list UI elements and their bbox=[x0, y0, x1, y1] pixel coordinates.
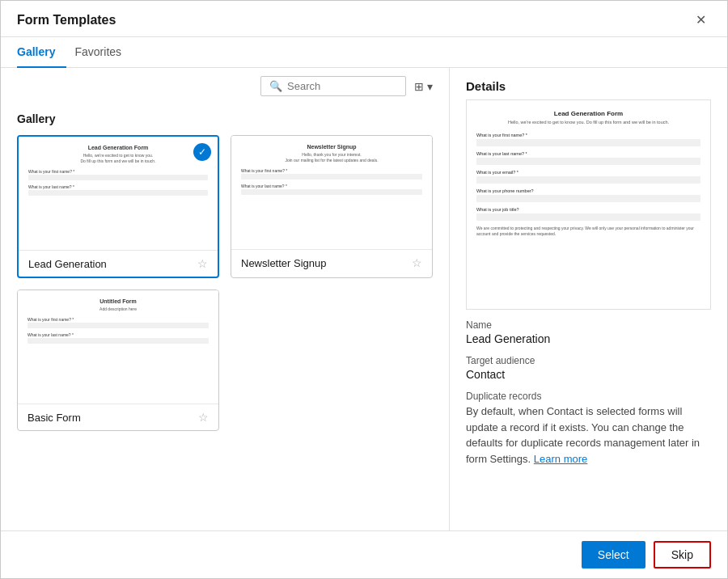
dp-title: Lead Generation Form bbox=[476, 110, 700, 117]
select-button[interactable]: Select bbox=[582, 541, 645, 568]
detail-audience-label: Target audience bbox=[466, 355, 711, 366]
card-footer-basic: Basic Form ☆ bbox=[18, 404, 218, 430]
form-templates-modal: Form Templates ✕ Gallery Favorites 🔍 ⊞ ▾ bbox=[0, 0, 728, 579]
favorite-star-newsletter-icon[interactable]: ☆ bbox=[412, 256, 422, 269]
card-preview-basic: Untitled Form Add description here What … bbox=[18, 290, 218, 404]
card-field-group: What is your last name? * bbox=[28, 184, 208, 196]
card-field-group: What is your first name? * bbox=[28, 317, 209, 328]
card-title-lead: Lead Generation Form bbox=[28, 145, 208, 150]
details-header: Details bbox=[450, 68, 727, 99]
modal-title: Form Templates bbox=[17, 13, 116, 27]
detail-row-duplicate: Duplicate records By default, when Conta… bbox=[466, 391, 711, 467]
card-title-basic: Untitled Form bbox=[28, 298, 209, 304]
details-info: Name Lead Generation Target audience Con… bbox=[450, 319, 727, 530]
selected-checkmark: ✓ bbox=[193, 143, 211, 161]
card-title-newsletter: Newsletter Signup bbox=[241, 144, 422, 150]
card-name-basic: Basic Form bbox=[28, 412, 81, 424]
dp-field-email: What is your email? * bbox=[476, 170, 700, 184]
search-input[interactable] bbox=[287, 80, 397, 92]
dp-desc: Hello, we're excited to get to know you.… bbox=[476, 120, 700, 126]
main-content: 🔍 ⊞ ▾ Gallery Lead Generation Form Hel bbox=[1, 68, 727, 530]
card-field-group: What is your last name? * bbox=[241, 184, 422, 195]
modal-footer: Select Skip bbox=[1, 530, 727, 578]
left-panel: 🔍 ⊞ ▾ Gallery Lead Generation Form Hel bbox=[1, 68, 450, 530]
dp-privacy-text: We are committed to protecting and respe… bbox=[476, 226, 700, 238]
detail-row-name: Name Lead Generation bbox=[466, 319, 711, 345]
gallery-label: Gallery bbox=[17, 112, 433, 125]
card-preview-newsletter: Newsletter Signup Hello, thank you for y… bbox=[231, 136, 432, 249]
card-desc-newsletter: Hello, thank you for your interest.Join … bbox=[241, 152, 422, 163]
chevron-down-icon: ▾ bbox=[427, 80, 433, 93]
card-desc-basic: Add description here bbox=[28, 306, 209, 312]
dp-field-firstname: What is your first name? * bbox=[476, 133, 700, 146]
dp-field-phone: What is your phone number? bbox=[476, 188, 700, 202]
detail-audience-value: Contact bbox=[466, 368, 711, 381]
learn-more-link[interactable]: Learn more bbox=[534, 453, 587, 465]
modal-header: Form Templates ✕ bbox=[1, 1, 727, 37]
favorite-star-icon[interactable]: ☆ bbox=[197, 257, 208, 270]
search-row: 🔍 ⊞ ▾ bbox=[1, 68, 449, 104]
detail-duplicate-label: Duplicate records bbox=[466, 391, 711, 402]
detail-duplicate-text: By default, when Contact is selected for… bbox=[466, 404, 711, 467]
card-preview-lead: Lead Generation Form Hello, we're excite… bbox=[19, 137, 218, 250]
tabs-row: Gallery Favorites bbox=[1, 37, 727, 68]
dp-field-lastname: What is your last name? * bbox=[476, 151, 700, 165]
detail-name-label: Name bbox=[466, 319, 711, 331]
skip-button[interactable]: Skip bbox=[654, 541, 711, 568]
gallery-section: Gallery Lead Generation Form Hello, we'r… bbox=[1, 104, 449, 530]
card-name-lead: Lead Generation bbox=[28, 258, 107, 270]
close-button[interactable]: ✕ bbox=[691, 12, 711, 28]
tab-gallery[interactable]: Gallery bbox=[17, 37, 66, 68]
grid-view-icon: ⊞ bbox=[414, 80, 424, 93]
search-icon: 🔍 bbox=[269, 80, 282, 92]
view-toggle[interactable]: ⊞ ▾ bbox=[414, 80, 433, 93]
card-desc-lead: Hello, we're excited to get to know you.… bbox=[28, 153, 208, 164]
favorite-star-basic-icon[interactable]: ☆ bbox=[198, 411, 209, 424]
card-name-newsletter: Newsletter Signup bbox=[241, 257, 327, 269]
dp-field-jobtitle: What is your job title? bbox=[476, 207, 700, 221]
template-card-newsletter[interactable]: Newsletter Signup Hello, thank you for y… bbox=[231, 135, 433, 278]
card-footer-newsletter: Newsletter Signup ☆ bbox=[231, 249, 432, 276]
detail-row-audience: Target audience Contact bbox=[466, 355, 711, 381]
right-panel: Details Lead Generation Form Hello, we'r… bbox=[450, 68, 727, 530]
details-preview: Lead Generation Form Hello, we're excite… bbox=[466, 99, 711, 310]
gallery-grid: Lead Generation Form Hello, we're excite… bbox=[17, 135, 433, 431]
card-footer-lead: Lead Generation ☆ bbox=[19, 250, 218, 277]
card-field-group: What is your first name? * bbox=[28, 169, 208, 180]
template-card-lead-generation[interactable]: Lead Generation Form Hello, we're excite… bbox=[17, 135, 219, 278]
search-box[interactable]: 🔍 bbox=[260, 76, 406, 96]
card-field-group: What is your last name? * bbox=[28, 332, 209, 344]
detail-name-value: Lead Generation bbox=[466, 332, 711, 345]
card-field-group: What is your first name? * bbox=[241, 168, 422, 180]
tab-favorites[interactable]: Favorites bbox=[74, 37, 133, 68]
template-card-basic[interactable]: Untitled Form Add description here What … bbox=[17, 290, 219, 431]
